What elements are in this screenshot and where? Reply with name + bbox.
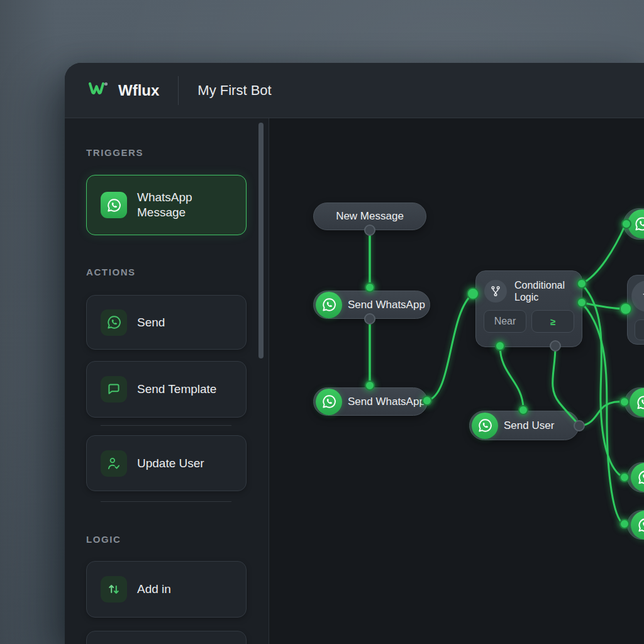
node-label: Send WhatsApp (348, 396, 425, 408)
whatsapp-icon (101, 309, 127, 336)
node-label: Send User (504, 419, 554, 432)
sidebar-item-label: Update User (137, 456, 204, 471)
flow-canvas[interactable]: New Message Send WhatsApp (269, 118, 644, 644)
brand-name: Wflux (118, 82, 159, 99)
page-title: My First Bot (197, 82, 271, 99)
greater-than-icon: ≥ (550, 316, 555, 327)
header: Wflux My First Bot (65, 63, 644, 118)
condition-button-near[interactable]: Near (484, 310, 526, 333)
connector-port[interactable] (574, 420, 585, 431)
sidebar-item-add-in[interactable]: Add in (86, 561, 247, 618)
node-send-user[interactable]: Send User (469, 411, 579, 440)
arrows-up-down-icon (101, 576, 127, 602)
node-label: New Message (336, 210, 404, 223)
node-send-whatsapp-2[interactable]: Send WhatsApp (313, 387, 428, 416)
node-label: Conditional Logic (514, 279, 574, 303)
sidebar-item-label: Add in (137, 582, 171, 597)
sidebar-item-label: Send (137, 315, 165, 330)
whatsapp-icon (472, 413, 498, 439)
connector-port[interactable] (619, 303, 632, 315)
whatsapp-icon (630, 388, 644, 417)
section-label-actions: ACTIONS (86, 267, 269, 277)
header-divider (178, 76, 179, 105)
connector-port[interactable] (619, 397, 630, 407)
connector-port[interactable] (619, 472, 630, 482)
connection-wires (269, 118, 644, 644)
sidebar: TRIGGERS WhatsApp Message ACTIONS (65, 118, 269, 644)
node-conditional-logic[interactable]: Conditional Logic Near ≥ (475, 270, 582, 347)
brand[interactable]: Wflux (86, 80, 159, 101)
sidebar-item-partial[interactable] (86, 631, 247, 644)
edge-node-button[interactable] (635, 319, 644, 340)
connector-port[interactable] (550, 340, 561, 352)
whatsapp-icon (101, 192, 127, 218)
connector-port[interactable] (365, 380, 375, 391)
connector-port[interactable] (577, 279, 587, 289)
sidebar-item-label: Send Template (137, 382, 216, 397)
sidebar-scrollbar[interactable] (258, 123, 264, 358)
section-label-triggers: TRIGGERS (86, 147, 269, 158)
sidebar-item-update-user[interactable]: Update User (86, 435, 247, 491)
node-edge-whatsapp-4[interactable] (627, 510, 644, 540)
whatsapp-icon (316, 292, 342, 318)
condition-button-greater-equal[interactable]: ≥ (531, 310, 574, 333)
user-check-icon (101, 450, 127, 477)
connector-port[interactable] (467, 287, 479, 300)
chat-bubble-icon (101, 376, 127, 402)
node-edge-whatsapp-3[interactable] (627, 462, 644, 492)
connector-port[interactable] (577, 297, 587, 308)
whatsapp-icon (631, 463, 644, 492)
section-label-logic: LOGIC (86, 534, 269, 545)
sidebar-divider (101, 425, 231, 426)
connector-port[interactable] (621, 219, 631, 229)
wflux-logo-icon (86, 80, 111, 101)
sidebar-item-send[interactable]: Send (86, 295, 247, 350)
connector-port[interactable] (422, 396, 432, 406)
filter-icon (631, 280, 644, 312)
connector-port[interactable] (619, 519, 630, 529)
connector-port[interactable] (364, 313, 375, 325)
connector-port[interactable] (518, 405, 528, 415)
sidebar-divider (101, 501, 231, 502)
connector-port[interactable] (365, 282, 375, 292)
whatsapp-icon (316, 389, 342, 415)
sidebar-item-label: WhatsApp Message (137, 190, 208, 220)
connector-port[interactable] (364, 225, 375, 236)
node-label: Send WhatsApp (348, 299, 425, 311)
sidebar-item-send-template[interactable]: Send Template (86, 361, 247, 418)
app-window: Wflux My First Bot TRIGGERS WhatsApp Mes… (65, 63, 644, 644)
branch-icon (484, 280, 507, 303)
connector-port[interactable] (495, 341, 505, 351)
sidebar-item-whatsapp-message[interactable]: WhatsApp Message (86, 175, 247, 235)
whatsapp-icon (631, 511, 644, 540)
